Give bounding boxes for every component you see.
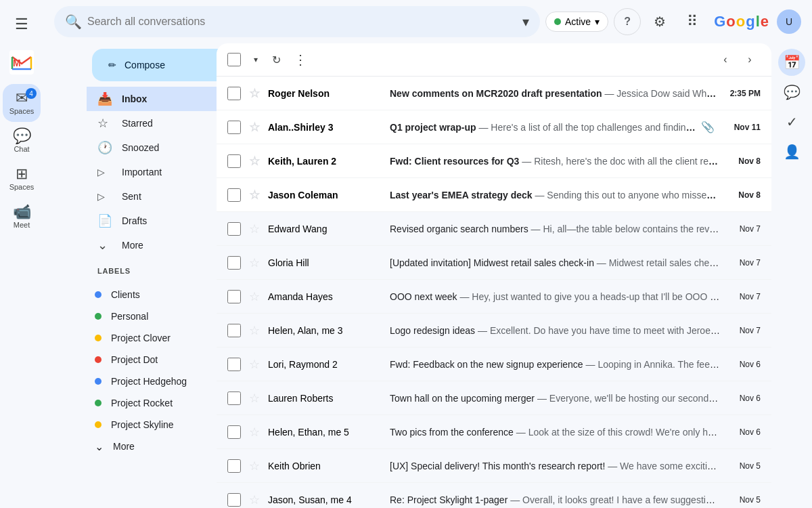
email-date-12: Nov 5 xyxy=(720,461,761,471)
active-dot-icon xyxy=(554,18,561,25)
prev-page-button[interactable]: ‹ xyxy=(715,49,736,70)
email-row[interactable]: ☆ Edward Wang Revised organic search num… xyxy=(217,212,771,246)
next-page-button[interactable]: › xyxy=(739,49,761,70)
email-checkbox-11[interactable] xyxy=(227,425,241,439)
email-row[interactable]: ☆ Jason, Susan, me 4 Re: Project Skyligh… xyxy=(217,483,771,508)
email-content-3: Fwd: Client resources for Q3 — Ritesh, h… xyxy=(390,156,720,167)
google-o2: o xyxy=(736,13,745,30)
label-dot-project-hedgehog xyxy=(95,378,102,385)
mail-badge: 4 xyxy=(26,88,37,99)
active-status-badge[interactable]: Active ▾ xyxy=(545,12,608,32)
email-star-13[interactable]: ☆ xyxy=(246,492,263,508)
email-row[interactable]: ☆ Helen, Alan, me 3 Logo redesign ideas … xyxy=(217,314,771,347)
email-star-3[interactable]: ☆ xyxy=(246,153,263,169)
email-snippet-9: — Looping in Annika. The feedback we've.… xyxy=(586,359,720,370)
email-sender-6: Gloria Hill xyxy=(268,257,390,268)
label-dot-project-dot xyxy=(95,356,102,363)
label-more-icon: ⌄ xyxy=(95,440,104,453)
email-star-11[interactable]: ☆ xyxy=(246,424,263,440)
email-checkbox-6[interactable] xyxy=(227,256,241,270)
email-star-5[interactable]: ☆ xyxy=(246,221,263,237)
email-checkbox-13[interactable] xyxy=(227,493,241,507)
email-content-5: Revised organic search numbers — Hi, all… xyxy=(390,224,720,234)
email-star-6[interactable]: ☆ xyxy=(246,255,263,271)
select-dropdown-button[interactable]: ▾ xyxy=(249,49,263,70)
email-row[interactable]: ☆ Keith Obrien [UX] Special delivery! Th… xyxy=(217,449,771,483)
email-row[interactable]: ☆ Keith, Lauren 2 Fwd: Client resources … xyxy=(217,144,771,178)
email-star-4[interactable]: ☆ xyxy=(246,187,263,203)
email-checkbox-1[interactable] xyxy=(227,87,241,100)
email-subject-3: Fwd: Client resources for Q3 xyxy=(390,156,519,167)
label-dot-personal xyxy=(95,313,102,320)
email-star-8[interactable]: ☆ xyxy=(246,322,263,339)
help-button[interactable]: ? xyxy=(614,8,641,35)
email-date-3: Nov 8 xyxy=(720,156,761,166)
email-row[interactable]: ☆ Gloria Hill [Updated invitation] Midwe… xyxy=(217,246,771,280)
meet-icon: 📹 xyxy=(13,205,31,219)
email-star-7[interactable]: ☆ xyxy=(246,289,263,305)
email-checkbox-12[interactable] xyxy=(227,459,241,473)
compose-icon: ✏ xyxy=(108,60,116,70)
calendar-panel-button[interactable]: 📅 xyxy=(778,49,805,76)
label-dot-project-skyline xyxy=(95,421,102,428)
email-row[interactable]: ☆ Helen, Ethan, me 5 Two pics from the c… xyxy=(217,415,771,449)
email-content-8: Logo redesign ideas — Excellent. Do have… xyxy=(390,325,720,336)
svg-text:M: M xyxy=(13,58,21,68)
gmail-logo-btn[interactable]: M xyxy=(3,46,41,79)
email-snippet-11: — Look at the size of this crowd! We're … xyxy=(516,427,720,438)
email-checkbox-7[interactable] xyxy=(227,290,241,303)
search-bar[interactable]: 🔍 ▾ xyxy=(54,6,540,37)
google-e: e xyxy=(761,13,769,30)
email-row[interactable]: ☆ Jason Coleman Last year's EMEA strateg… xyxy=(217,178,771,212)
google-logo: Google xyxy=(714,13,769,30)
label-text-project-rocket: Project Rocket xyxy=(111,398,173,408)
hamburger-menu[interactable]: ☰ xyxy=(3,5,41,43)
email-checkbox-2[interactable] xyxy=(227,121,241,134)
search-options-icon[interactable]: ▾ xyxy=(522,14,529,30)
apps-button[interactable]: ⠿ xyxy=(679,8,706,35)
email-checkbox-3[interactable] xyxy=(227,154,241,168)
email-content-13: Re: Project Skylight 1-pager — Overall, … xyxy=(390,494,720,505)
email-row[interactable]: ☆ Lauren Roberts Town hall on the upcomi… xyxy=(217,381,771,415)
email-checkbox-9[interactable] xyxy=(227,358,241,371)
select-all-checkbox[interactable] xyxy=(227,53,241,66)
email-star-12[interactable]: ☆ xyxy=(246,458,263,474)
email-star-1[interactable]: ☆ xyxy=(246,85,263,102)
email-snippet-8: — Excellent. Do have you have time to me… xyxy=(478,325,720,336)
email-star-2[interactable]: ☆ xyxy=(246,119,263,135)
more-nav-icon: ⌄ xyxy=(97,238,114,253)
user-avatar[interactable]: U xyxy=(777,9,801,34)
google-o1: o xyxy=(726,13,735,30)
label-text-personal: Personal xyxy=(111,311,148,322)
spaces-nav-btn[interactable]: ⊞ Spaces xyxy=(3,160,41,198)
snoozed-icon: 🕐 xyxy=(97,140,114,155)
tasks-panel-button[interactable]: ✓ xyxy=(778,108,805,135)
sent-icon: ▷ xyxy=(97,191,114,202)
email-star-10[interactable]: ☆ xyxy=(246,390,263,406)
email-star-9[interactable]: ☆ xyxy=(246,356,263,373)
meet-nav-btn[interactable]: 📹 Meet xyxy=(3,198,41,236)
email-checkbox-5[interactable] xyxy=(227,222,241,236)
email-date-4: Nov 8 xyxy=(720,190,761,200)
email-row[interactable]: ☆ Roger Nelson New comments on MCR2020 d… xyxy=(217,77,771,110)
active-label: Active xyxy=(565,16,591,27)
mail-nav-btn[interactable]: 4 ✉ Spaces xyxy=(3,84,41,122)
email-row[interactable]: ☆ Amanda Hayes OOO next week — Hey, just… xyxy=(217,280,771,314)
email-sender-10: Lauren Roberts xyxy=(268,393,390,404)
more-toolbar-button[interactable]: ⋮ xyxy=(290,49,311,70)
email-checkbox-4[interactable] xyxy=(227,188,241,202)
refresh-button[interactable]: ↻ xyxy=(265,49,287,70)
contacts-panel-button[interactable]: 👤 xyxy=(778,138,805,165)
header: 🔍 ▾ Active ▾ ? ⚙ ⠿ Google U xyxy=(43,0,812,43)
chat-panel-button[interactable]: 💬 xyxy=(778,79,805,106)
settings-button[interactable]: ⚙ xyxy=(646,8,673,35)
search-input[interactable] xyxy=(87,16,517,28)
email-row[interactable]: ☆ Alan..Shirley 3 Q1 project wrap-up — H… xyxy=(217,110,771,144)
email-row[interactable]: ☆ Lori, Raymond 2 Fwd: Feedback on the n… xyxy=(217,347,771,381)
email-date-10: Nov 6 xyxy=(720,394,761,403)
email-checkbox-10[interactable] xyxy=(227,391,241,405)
email-subject-5: Revised organic search numbers xyxy=(390,224,528,234)
spaces-label: Spaces xyxy=(9,183,35,191)
chat-nav-btn[interactable]: 💬 Chat xyxy=(3,122,41,160)
email-checkbox-8[interactable] xyxy=(227,324,241,337)
